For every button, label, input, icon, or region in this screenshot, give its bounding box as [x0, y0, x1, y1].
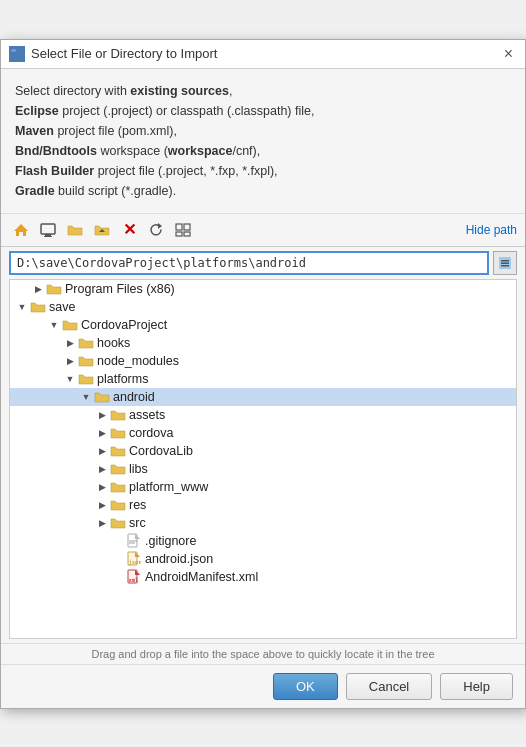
show-button[interactable]: [171, 218, 195, 242]
folder-icon: [62, 318, 78, 332]
tree-item-label: android.json: [145, 552, 213, 566]
desktop-button[interactable]: [36, 218, 60, 242]
no-expand: [110, 551, 126, 567]
tree-item-label: platforms: [97, 372, 148, 386]
folder-icon: [110, 480, 126, 494]
folder-icon: [110, 462, 126, 476]
path-bar: [9, 251, 517, 275]
tree-item-res[interactable]: ▶ res: [10, 496, 516, 514]
expand-arrow[interactable]: ▶: [94, 461, 110, 477]
svg-rect-5: [44, 236, 52, 237]
expand-arrow[interactable]: ▼: [78, 389, 94, 405]
svg-rect-10: [176, 232, 182, 236]
expand-arrow[interactable]: ▶: [94, 425, 110, 441]
tree-item-label: android: [113, 390, 155, 404]
dialog-window: Select File or Directory to Import × Sel…: [0, 39, 526, 709]
tree-item-save[interactable]: ▼ save: [10, 298, 516, 316]
footer-buttons: OK Cancel Help: [1, 664, 525, 708]
expand-arrow[interactable]: ▶: [62, 353, 78, 369]
tree-item-label: CordovaLib: [129, 444, 193, 458]
tree-item-assets[interactable]: ▶ assets: [10, 406, 516, 424]
tree-item-label: cordova: [129, 426, 173, 440]
tree-item-src[interactable]: ▶ src: [10, 514, 516, 532]
tree-item-label: CordovaProject: [81, 318, 167, 332]
tree-item-android[interactable]: ▼ android: [10, 388, 516, 406]
svg-rect-13: [501, 260, 509, 262]
tree-item-node-modules[interactable]: ▶ node_modules: [10, 352, 516, 370]
tree-item-libs[interactable]: ▶ libs: [10, 460, 516, 478]
expand-arrow[interactable]: ▶: [94, 479, 110, 495]
folder-icon: [78, 354, 94, 368]
expand-arrow[interactable]: ▶: [94, 407, 110, 423]
folder-icon: [78, 336, 94, 350]
folder-icon: [110, 444, 126, 458]
expand-arrow[interactable]: ▶: [94, 497, 110, 513]
tree-item-label: .gitignore: [145, 534, 196, 548]
path-go-button[interactable]: [493, 251, 517, 275]
folder-icon: [110, 516, 126, 530]
svg-rect-3: [41, 224, 55, 234]
tree-item-program-files[interactable]: ▶ Program Files (x86): [10, 280, 516, 298]
dialog-title: Select File or Directory to Import: [31, 46, 217, 61]
tree-item-label: save: [49, 300, 75, 314]
folder-icon: [78, 372, 94, 386]
title-bar: Select File or Directory to Import ×: [1, 40, 525, 69]
tree-item-label: node_modules: [97, 354, 179, 368]
cancel-button[interactable]: Cancel: [346, 673, 432, 700]
file-text-icon: [126, 534, 142, 548]
tree-item-android-manifest[interactable]: xml AndroidManifest.xml: [10, 568, 516, 586]
tree-item-cordova[interactable]: ▶ cordova: [10, 424, 516, 442]
hide-path-link[interactable]: Hide path: [466, 223, 517, 237]
tree-item-label: res: [129, 498, 146, 512]
no-expand: [110, 569, 126, 585]
dialog-icon: [9, 46, 25, 62]
tree-item-label: platform_www: [129, 480, 208, 494]
home-button[interactable]: [9, 218, 33, 242]
expand-arrow[interactable]: ▶: [94, 515, 110, 531]
file-tree[interactable]: ▶ Program Files (x86) ▼ save ▼ CordovaPr…: [9, 279, 517, 639]
tree-item-cordova-project[interactable]: ▼ CordovaProject: [10, 316, 516, 334]
tree-item-platforms[interactable]: ▼ platforms: [10, 370, 516, 388]
expand-arrow[interactable]: ▶: [94, 443, 110, 459]
svg-text:xml: xml: [129, 577, 139, 583]
tree-item-label: hooks: [97, 336, 130, 350]
tree-item-label: libs: [129, 462, 148, 476]
description-panel: Select directory with existing sources, …: [1, 69, 525, 214]
folder-icon: [46, 282, 62, 296]
expand-arrow[interactable]: ▼: [46, 317, 62, 333]
folder-icon: [110, 408, 126, 422]
toolbar: ✕ Hide path: [1, 214, 525, 247]
expand-arrow[interactable]: ▼: [62, 371, 78, 387]
tree-item-cordovalib[interactable]: ▶ CordovaLib: [10, 442, 516, 460]
svg-rect-14: [501, 262, 509, 264]
svg-rect-15: [501, 265, 509, 267]
tree-item-hooks[interactable]: ▶ hooks: [10, 334, 516, 352]
expand-arrow[interactable]: ▶: [62, 335, 78, 351]
parent-folder-button[interactable]: [90, 218, 114, 242]
svg-rect-4: [45, 234, 51, 236]
file-xml-icon: xml: [126, 570, 142, 584]
ok-button[interactable]: OK: [273, 673, 338, 700]
tree-item-android-json[interactable]: json android.json: [10, 550, 516, 568]
svg-text:json: json: [129, 559, 142, 566]
delete-button[interactable]: ✕: [117, 218, 141, 242]
path-input[interactable]: [9, 251, 489, 275]
folder-icon: [94, 390, 110, 404]
svg-rect-8: [176, 224, 182, 230]
refresh-button[interactable]: [144, 218, 168, 242]
tree-item-label: assets: [129, 408, 165, 422]
tree-item-gitignore[interactable]: .gitignore: [10, 532, 516, 550]
expand-arrow[interactable]: ▶: [30, 281, 46, 297]
folder-icon: [30, 300, 46, 314]
close-button[interactable]: ×: [500, 46, 517, 62]
expand-arrow[interactable]: ▼: [14, 299, 30, 315]
svg-rect-1: [11, 49, 16, 52]
drag-hint: Drag and drop a file into the space abov…: [1, 643, 525, 664]
help-button[interactable]: Help: [440, 673, 513, 700]
folder-icon: [110, 426, 126, 440]
title-bar-left: Select File or Directory to Import: [9, 46, 217, 62]
folder-button[interactable]: [63, 218, 87, 242]
tree-item-label: AndroidManifest.xml: [145, 570, 258, 584]
svg-marker-7: [158, 223, 162, 229]
tree-item-platform-www[interactable]: ▶ platform_www: [10, 478, 516, 496]
